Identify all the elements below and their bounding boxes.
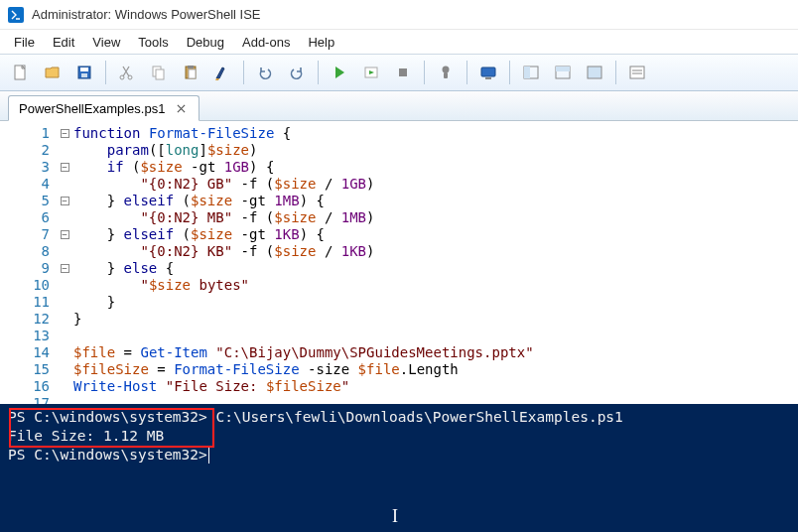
line-gutter: 1234567891011121314151617 (0, 121, 56, 404)
menu-file[interactable]: File (6, 33, 43, 52)
layout-side-button[interactable] (516, 59, 546, 86)
separator (424, 61, 425, 84)
app-icon (8, 7, 24, 23)
fold-column: −−−−− (56, 121, 73, 404)
stop-button[interactable] (388, 59, 418, 86)
separator (243, 61, 244, 84)
run-selection-button[interactable] (356, 59, 386, 86)
svg-rect-15 (481, 67, 495, 76)
tab-strip: PowerShellExamples.ps1 (0, 91, 798, 121)
save-button[interactable] (69, 59, 99, 86)
redo-button[interactable] (282, 59, 312, 86)
layout-top-button[interactable] (548, 59, 578, 86)
menu-edit[interactable]: Edit (45, 33, 82, 52)
tab-close-button[interactable] (173, 100, 189, 116)
svg-rect-9 (188, 66, 194, 68)
layout-full-button[interactable] (580, 59, 609, 86)
run-button[interactable] (325, 59, 354, 86)
code-body[interactable]: function Format-FileSize { param([long]$… (73, 121, 798, 404)
svg-rect-2 (80, 67, 88, 71)
svg-rect-22 (630, 66, 644, 78)
svg-rect-20 (556, 66, 570, 71)
svg-rect-3 (81, 73, 87, 77)
undo-button[interactable] (250, 59, 280, 86)
new-file-button[interactable] (6, 59, 36, 86)
breakpoint-button[interactable] (431, 59, 461, 86)
tab-label: PowerShellExamples.ps1 (19, 101, 165, 116)
console-line: PS C:\windows\system32> C:\Users\fewli\D… (8, 408, 790, 427)
code-editor[interactable]: 1234567891011121314151617 −−−−− function… (0, 121, 798, 404)
clear-button[interactable] (207, 59, 237, 86)
svg-point-13 (443, 66, 450, 73)
svg-rect-18 (524, 66, 530, 78)
separator (466, 61, 467, 84)
separator (615, 61, 616, 84)
remote-button[interactable] (473, 59, 503, 86)
cursor-icon (208, 448, 209, 464)
svg-rect-12 (399, 68, 407, 76)
file-tab[interactable]: PowerShellExamples.ps1 (8, 95, 200, 121)
svg-rect-16 (485, 77, 491, 79)
console-output: File Size: 1.12 MB (8, 427, 790, 446)
console-pane[interactable]: PS C:\windows\system32> C:\Users\fewli\D… (0, 404, 798, 532)
svg-point-4 (120, 75, 124, 79)
svg-rect-10 (189, 69, 196, 78)
menu-bar: File Edit View Tools Debug Add-ons Help (0, 30, 798, 54)
menu-tools[interactable]: Tools (130, 33, 176, 52)
console-prompt: PS C:\windows\system32> (8, 446, 790, 465)
window-title: Administrator: Windows PowerShell ISE (32, 7, 260, 22)
svg-rect-21 (588, 66, 601, 78)
menu-view[interactable]: View (84, 33, 128, 52)
toolbar (0, 54, 798, 91)
copy-button[interactable] (144, 59, 174, 86)
menu-addons[interactable]: Add-ons (234, 33, 298, 52)
paste-button[interactable] (176, 59, 205, 86)
svg-point-5 (128, 75, 132, 79)
separator (509, 61, 510, 84)
open-file-button[interactable] (38, 59, 67, 86)
menu-help[interactable]: Help (300, 33, 342, 52)
cut-button[interactable] (112, 59, 142, 86)
commands-button[interactable] (622, 59, 652, 86)
ibeam-cursor-icon: I (392, 507, 398, 526)
separator (318, 61, 319, 84)
title-bar: Administrator: Windows PowerShell ISE (0, 0, 798, 30)
separator (105, 61, 106, 84)
svg-rect-14 (444, 72, 448, 78)
svg-rect-7 (156, 69, 164, 79)
menu-debug[interactable]: Debug (179, 33, 232, 52)
